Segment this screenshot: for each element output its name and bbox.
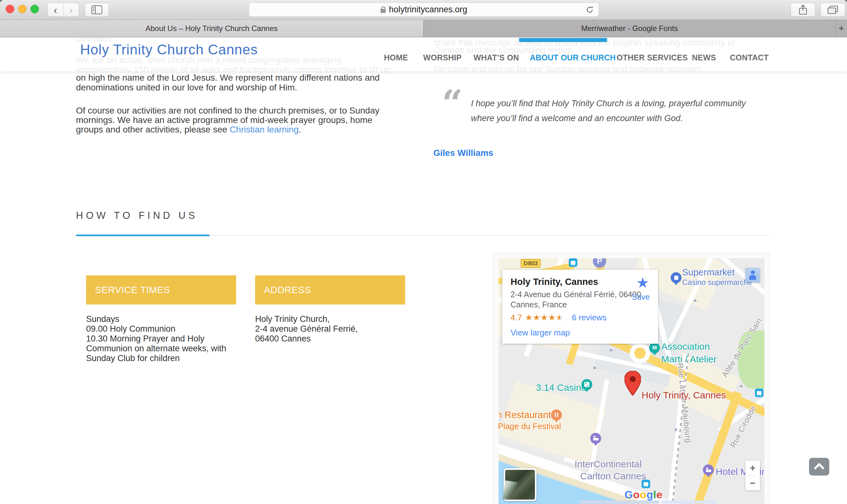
poi-label-casino[interactable]: 3.14 Casino — [536, 382, 587, 393]
tab-bar: About Us – Holy Trinity Church Cannes Me… — [0, 20, 847, 37]
map-attribution-bar — [580, 501, 659, 504]
browser-window: ‹ › holytrinitycannes.org About Us – Hol… — [0, 0, 847, 504]
paragraph-line: denominations united in our love for and… — [76, 83, 297, 93]
poi-label-association-sub[interactable]: Marti / Atelier — [661, 354, 716, 364]
map-embed-container: ▶ ▶ ▶ ▶ ▶ ▶ ▶ D803 P Supermarket Casino … — [493, 253, 770, 504]
one-way-arrow-icon: ▶ — [610, 347, 613, 352]
one-way-arrow-icon: ▶ — [674, 429, 679, 432]
google-logo[interactable]: Google — [624, 488, 662, 501]
service-times-title: SERVICE TIMES — [95, 285, 170, 295]
nav-item-about-our-church[interactable]: ABOUT OUR CHURCH — [530, 53, 616, 62]
section-underline — [76, 235, 209, 236]
paragraph-line: Of course our activities are not confine… — [76, 106, 380, 116]
poi-label-association[interactable]: Association — [661, 341, 710, 352]
view-larger-map-link[interactable]: View larger map — [511, 328, 570, 338]
forward-button[interactable]: › — [64, 3, 79, 16]
nav-item-whats-on[interactable]: WHAT’S ON — [473, 53, 519, 62]
satellite-view-thumbnail[interactable] — [504, 468, 536, 501]
poi-label-restaurant[interactable]: h Restaurant — [499, 410, 551, 420]
section-underline-partial — [519, 38, 607, 42]
service-times-header: SERVICE TIMES — [86, 275, 236, 305]
address-line: 2-4 avenue Général Ferrié, — [255, 324, 358, 334]
street-view-pegman-control[interactable] — [745, 268, 760, 282]
quote-author-link[interactable]: Giles Williams — [433, 148, 494, 158]
casino-pin-icon[interactable] — [582, 379, 592, 390]
https-lock-icon — [380, 9, 386, 13]
nav-item-worship[interactable]: WORSHIP — [423, 53, 462, 62]
poi-label-supermarket-sub[interactable]: Casino supermarche — [682, 278, 752, 287]
close-window-button[interactable] — [6, 5, 14, 13]
christian-learning-link[interactable]: Christian learning — [230, 125, 299, 134]
google-map-canvas[interactable]: ▶ ▶ ▶ ▶ ▶ ▶ ▶ D803 P Supermarket Casino … — [499, 258, 764, 504]
map-card-title: Holy Trinity, Cannes — [511, 277, 598, 287]
bus-stop-icon[interactable] — [569, 258, 577, 267]
poi-label-holy-trinity[interactable]: Holy Trinity, Cannes — [642, 390, 726, 401]
poi-label-intercontinental-sub[interactable]: Carlton Cannes — [580, 471, 646, 482]
poi-label-supermarket[interactable]: Supermarket — [682, 267, 734, 277]
tab-overview-icon — [827, 5, 838, 15]
map-zoom-control: + − — [745, 461, 760, 490]
pegman-icon — [751, 270, 755, 274]
one-way-arrow-icon: ▶ — [739, 384, 742, 389]
map-card-address: 2-4 Avenue du Général Férrié, 06400 — [511, 290, 641, 299]
service-line: Sunday Club for children — [86, 354, 180, 363]
reviews-link[interactable]: 6 reviews — [572, 313, 607, 323]
hotel-pin-icon[interactable] — [590, 433, 601, 444]
quote-mark: “ — [442, 82, 463, 124]
nav-item-home[interactable]: HOME — [384, 53, 408, 62]
scrolled-text: Do come and join us for our Sunday servi… — [434, 64, 704, 74]
tab-google-fonts[interactable]: Merriweather - Google Fonts — [424, 20, 835, 37]
back-button[interactable]: ‹ — [48, 3, 64, 16]
nav-item-other-services[interactable]: OTHER SERVICES — [617, 53, 688, 62]
museum-pin-icon[interactable]: M — [649, 342, 660, 353]
chevron-up-icon — [814, 463, 825, 473]
nav-item-news[interactable]: NEWS — [692, 53, 716, 62]
service-line: 09.00 Holy Communion — [86, 324, 175, 334]
map-roundabout — [630, 343, 650, 363]
paragraph-text: . — [299, 125, 301, 134]
service-line: 10.30 Morning Prayer and Holy — [86, 334, 205, 344]
map-info-card: Holy Trinity, Cannes 2-4 Avenue du Génér… — [502, 270, 658, 344]
sidebar-icon — [91, 5, 102, 14]
reload-icon[interactable] — [585, 5, 594, 14]
site-logo[interactable]: Holy Trinity Church Cannes — [80, 42, 258, 57]
zoom-window-button[interactable] — [30, 5, 39, 13]
rating-value: 4.7 — [511, 313, 522, 323]
map-attribution-bar — [661, 501, 717, 504]
poi-label-intercontinental[interactable]: InterContinental — [574, 459, 642, 470]
red-map-marker-icon[interactable] — [624, 371, 641, 396]
one-way-arrow-icon: ▶ — [593, 365, 597, 370]
tab-label: About Us – Holy Trinity Church Cannes — [145, 24, 278, 33]
paragraph-line: mornings. We have an active programme of… — [76, 115, 372, 125]
address-line: Holy Trinity Church, — [255, 314, 330, 324]
save-star-icon[interactable]: ★ — [636, 275, 649, 290]
save-label[interactable]: Save — [632, 292, 650, 302]
restaurant-pin-icon[interactable] — [551, 410, 562, 420]
share-button[interactable] — [791, 3, 815, 17]
service-line: Communion on alternate weeks, with — [86, 344, 226, 354]
tab-label: Merriweather - Google Fonts — [581, 24, 678, 33]
supermarket-pin-icon[interactable] — [671, 272, 681, 283]
scroll-to-top-button[interactable] — [809, 458, 829, 475]
zoom-out-button[interactable]: − — [745, 476, 760, 490]
poi-label-restaurant-sub[interactable]: Plage du Festival — [499, 421, 561, 431]
new-tab-button[interactable]: + — [835, 20, 847, 37]
quote-line: where you’ll find a welcome and an encou… — [471, 113, 683, 123]
rating-stars-icon: ★★★★★★★★★★ — [525, 313, 564, 323]
address-bar[interactable]: holytrinitycannes.org — [249, 2, 599, 17]
road-badge-d803: D803 — [521, 259, 541, 268]
minimize-window-button[interactable] — [18, 5, 27, 13]
paragraph-text: groups and other activities, please see — [76, 125, 230, 134]
nav-item-contact[interactable]: CONTACT — [730, 53, 768, 62]
quote-line: I hope you’ll find that Holy Trinity Chu… — [471, 98, 746, 108]
url-text: holytrinitycannes.org — [389, 5, 467, 15]
tab-about-us[interactable]: About Us – Holy Trinity Church Cannes — [0, 20, 423, 37]
hotel-martinez-pin-icon[interactable] — [703, 465, 714, 475]
zoom-in-button[interactable]: + — [745, 461, 760, 475]
tab-overview-button[interactable] — [820, 3, 845, 17]
bus-stop-icon[interactable] — [755, 389, 763, 397]
address-header: ADDRESS — [255, 275, 405, 305]
page-viewport: countries. We are an active, alive churc… — [0, 37, 847, 504]
service-line: Sundays — [86, 314, 119, 324]
sidebar-button[interactable] — [85, 3, 109, 17]
